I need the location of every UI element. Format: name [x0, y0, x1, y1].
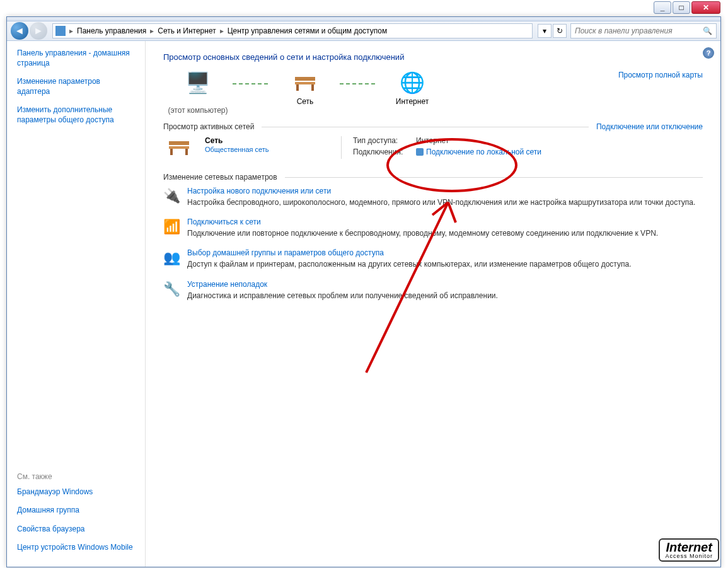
breadcrumb[interactable]: ▸ Панель управления ▸ Сеть и Интернет ▸ … — [52, 23, 533, 38]
control-panel-window: ◄ ► ▸ Панель управления ▸ Сеть и Интерне… — [6, 16, 721, 567]
breadcrumb-item[interactable]: Центр управления сетями и общим доступом — [225, 25, 390, 37]
close-glyph: ✕ — [703, 3, 709, 12]
plug-icon — [416, 148, 424, 156]
chevron-right-icon: ▸ — [149, 26, 155, 35]
divider — [262, 127, 589, 127]
nav-bar: ◄ ► ▸ Панель управления ▸ Сеть и Интерне… — [7, 21, 720, 41]
change-settings-title: Изменение сетевых параметров — [163, 173, 277, 182]
homegroup-icon: 👥 — [163, 248, 187, 269]
chevron-right-icon: ▸ — [68, 26, 74, 35]
access-type-label: Тип доступа: — [353, 136, 416, 145]
search-box[interactable]: 🔍 — [570, 23, 717, 38]
svg-rect-7 — [185, 149, 188, 155]
page-title: Просмотр основных сведений о сети и наст… — [163, 52, 703, 62]
sidebar-link-sharing[interactable]: Изменить дополнительные параметры общего… — [17, 105, 135, 125]
computer-label: (этот компьютер) — [168, 106, 228, 115]
breadcrumb-item[interactable]: Панель управления — [74, 25, 149, 37]
sidebar-also-browser[interactable]: Свойства браузера — [17, 525, 135, 535]
watermark-line1: Internet — [665, 541, 713, 554]
search-icon: 🔍 — [703, 26, 712, 35]
lan-connection-link[interactable]: Подключение по локальной сети — [426, 148, 541, 156]
access-type-value: Интернет — [416, 136, 449, 145]
task-desc: Доступ к файлам и принтерам, расположенн… — [187, 259, 632, 269]
network-type-link[interactable]: Общественная сеть — [205, 146, 269, 153]
svg-rect-2 — [296, 84, 299, 91]
svg-rect-5 — [169, 146, 189, 149]
min-glyph: _ — [661, 3, 665, 12]
network-details: Тип доступа: Интернет Подключения: Подкл… — [341, 136, 541, 159]
task-homegroup[interactable]: 👥 Выбор домашней группы и параметров общ… — [163, 248, 703, 269]
connections-label: Подключения: — [353, 148, 416, 156]
connection-line — [340, 83, 378, 84]
close-button[interactable]: ✕ — [691, 1, 720, 14]
forward-button[interactable]: ► — [30, 22, 47, 40]
map-node-internet: 🌐 Интернет — [378, 71, 447, 106]
breadcrumb-dropdown[interactable]: ▾ — [538, 24, 552, 38]
divider — [285, 177, 703, 178]
task-link[interactable]: Устранение неполадок — [187, 280, 267, 289]
computer-icon: 🖥️ — [183, 71, 213, 95]
globe-icon: 🌐 — [397, 71, 427, 95]
svg-rect-3 — [311, 84, 314, 91]
bench-icon — [163, 136, 195, 158]
task-desc: Настройка беспроводного, широкополосного… — [187, 197, 695, 207]
svg-rect-0 — [295, 77, 315, 81]
map-node-computer: 🖥️ (этот компьютер) — [163, 71, 233, 115]
task-link[interactable]: Настройка нового подключения или сети — [187, 187, 331, 195]
chevron-right-icon: ▸ — [219, 26, 225, 35]
connect-disconnect-link[interactable]: Подключение или отключение — [596, 122, 703, 131]
task-desc: Диагностика и исправление сетевых пробле… — [187, 291, 498, 301]
task-connect[interactable]: 📶 Подключиться к сетиПодключение или пов… — [163, 217, 703, 238]
task-link[interactable]: Подключиться к сети — [187, 217, 261, 226]
troubleshoot-icon: 🔧 — [163, 280, 187, 301]
sidebar-also-homegroup[interactable]: Домашняя группа — [17, 506, 135, 516]
map-node-network: Сеть — [270, 71, 340, 106]
refresh-button[interactable]: ↻ — [553, 24, 567, 38]
watermark: Internet Access Monitor — [659, 538, 719, 562]
maximize-button[interactable]: □ — [673, 1, 690, 14]
see-also-title: См. также — [17, 472, 135, 481]
active-networks-title: Просмотр активных сетей — [163, 122, 254, 131]
sidebar-also-firewall[interactable]: Брандмауэр Windows — [17, 487, 135, 497]
connection-line — [233, 83, 270, 84]
sidebar-also-mobile[interactable]: Центр устройств Windows Mobile — [17, 543, 135, 553]
network-label: Сеть — [297, 97, 314, 106]
watermark-line2: Access Monitor — [665, 554, 713, 559]
sidebar-link-adapter[interactable]: Изменение параметров адаптера — [17, 77, 135, 96]
full-map-link[interactable]: Просмотр полной карты — [618, 71, 703, 79]
svg-rect-6 — [170, 149, 173, 155]
svg-rect-1 — [295, 82, 315, 84]
internet-label: Интернет — [396, 97, 429, 106]
svg-rect-4 — [169, 141, 189, 145]
max-glyph: □ — [679, 3, 683, 12]
network-map: 🖥️ (этот компьютер) Сеть 🌐 Интернет Прос… — [163, 71, 703, 115]
task-link[interactable]: Выбор домашней группы и параметров общег… — [187, 248, 384, 257]
search-input[interactable] — [575, 26, 703, 35]
task-new-connection[interactable]: 🔌 Настройка нового подключения или сетиН… — [163, 187, 703, 207]
sidebar-link-home[interactable]: Панель управления - домашняя страница — [17, 49, 135, 68]
network-icon — [55, 26, 66, 36]
main-content: ? Просмотр основных сведений о сети и на… — [146, 41, 720, 567]
connect-icon: 📶 — [163, 217, 187, 238]
minimize-button[interactable]: _ — [654, 1, 671, 14]
breadcrumb-item[interactable]: Сеть и Интернет — [155, 25, 218, 37]
network-name: Сеть — [205, 136, 331, 145]
task-desc: Подключение или повторное подключение к … — [187, 228, 658, 238]
task-troubleshoot[interactable]: 🔧 Устранение неполадокДиагностика и испр… — [163, 280, 703, 301]
sidebar: Панель управления - домашняя страница Из… — [7, 41, 146, 567]
help-icon[interactable]: ? — [703, 47, 714, 59]
back-button[interactable]: ◄ — [11, 22, 28, 40]
bench-icon — [290, 71, 320, 95]
new-connection-icon: 🔌 — [163, 187, 187, 207]
